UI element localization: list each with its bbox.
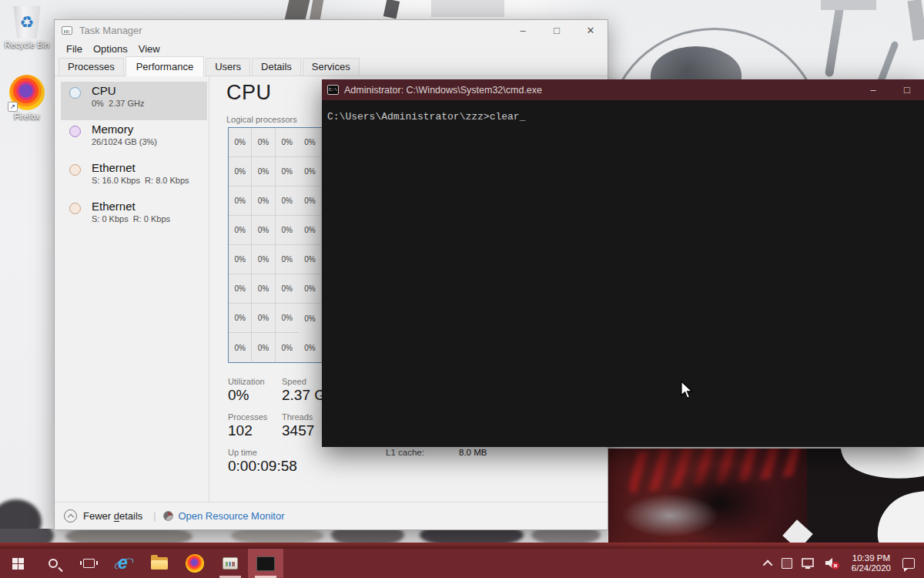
- internet-explorer-button[interactable]: e: [106, 549, 142, 578]
- cmd-window-title: Administrator: C:\Windows\System32\cmd.e…: [344, 85, 542, 96]
- menu-bar: FileOptionsView: [55, 41, 608, 57]
- cmd-app-icon: C:\: [327, 85, 339, 95]
- fewer-details-text: etails: [119, 510, 142, 522]
- file-explorer-button[interactable]: [142, 549, 177, 578]
- cpu-core-cell: 0%: [252, 333, 275, 362]
- cache-value: 8.0 MB: [459, 448, 487, 457]
- tab[interactable]: Processes: [59, 58, 124, 76]
- clock-time: 10:39 PM: [852, 553, 891, 564]
- sidebar-item-detail: 26/1024 GB (3%): [92, 137, 207, 146]
- recycle-bin-icon: ♻: [12, 5, 42, 39]
- cmd-taskbar-button[interactable]: [248, 549, 283, 578]
- search-icon: [49, 559, 58, 568]
- graph-thumbnail-icon: [69, 87, 81, 99]
- tab[interactable]: Services: [303, 58, 360, 76]
- graph-thumbnail-icon: [69, 203, 81, 214]
- tab[interactable]: Performance: [126, 56, 204, 76]
- performance-sidebar: CPU 0% 2.37 GHz Memory 26/1024 GB (3%) E…: [61, 82, 207, 236]
- system-tray: 10:39 PM 6/24/2020: [761, 549, 924, 578]
- cpu-core-cell: 0%: [229, 187, 252, 216]
- open-resource-monitor-link[interactable]: Open Resource Monitor: [178, 510, 284, 522]
- action-center-button[interactable]: [898, 549, 919, 578]
- cpu-core-cell: 0%: [252, 128, 275, 157]
- desktop-icon-firefox[interactable]: ↗ Firefox: [3, 75, 51, 121]
- firefox-button[interactable]: [177, 549, 213, 578]
- tray-app-icon: [782, 558, 792, 569]
- chevron-up-circle-icon[interactable]: [64, 509, 77, 523]
- minimize-button[interactable]: –: [506, 20, 540, 41]
- tab[interactable]: Details: [252, 58, 301, 76]
- wallpaper-art-red: [608, 449, 924, 544]
- cache-info-row: L1 cache: 8.0 MB: [386, 448, 424, 457]
- cpu-core-cell: 0%: [229, 245, 252, 274]
- cpu-core-cell: 0%: [276, 333, 299, 362]
- windows-logo-icon: [12, 558, 24, 570]
- graph-thumbnail-icon: [69, 126, 81, 137]
- action-center-icon: [902, 558, 915, 569]
- terminal-area[interactable]: C:\Users\Administrator\zzz>clear_: [322, 100, 924, 447]
- cpu-core-cell: 0%: [299, 333, 322, 362]
- prompt-line: C:\Users\Administrator\zzz>clear: [327, 111, 520, 123]
- firefox-icon: ↗: [9, 75, 45, 110]
- task-manager-titlebar[interactable]: Task Manager – □ ✕: [55, 20, 608, 41]
- internet-explorer-icon: e: [115, 554, 133, 573]
- minimize-button[interactable]: –: [856, 79, 890, 100]
- fewer-details-toggle[interactable]: Fewer details: [83, 510, 142, 522]
- desktop-icon-recycle-bin[interactable]: ♻ Recycle Bin: [3, 5, 51, 49]
- chevron-up-icon: [763, 560, 773, 570]
- cpu-core-cell: 0%: [276, 157, 299, 187]
- sidebar-item[interactable]: Ethernet S: 0 Kbps R: 0 Kbps: [61, 197, 207, 236]
- cpu-core-cell: 0%: [276, 216, 299, 245]
- menu-item[interactable]: File: [61, 43, 88, 55]
- taskbar: e: [0, 549, 924, 578]
- wallpaper-art: [907, 0, 924, 41]
- cpu-core-cell: 0%: [229, 128, 252, 157]
- network-button[interactable]: [797, 549, 820, 578]
- wallpaper-art: [821, 0, 876, 10]
- cpu-core-cell: 0%: [276, 187, 299, 216]
- tray-app-button[interactable]: [777, 549, 797, 578]
- cpu-core-cell: 0%: [252, 274, 275, 304]
- volume-button[interactable]: [820, 549, 845, 578]
- task-manager-icon: [223, 557, 238, 570]
- cpu-core-cell: 0%: [229, 157, 252, 187]
- wallpaper-art: [431, 0, 504, 17]
- search-button[interactable]: [35, 549, 71, 578]
- start-button[interactable]: [0, 549, 35, 578]
- cmd-icon: [256, 556, 275, 571]
- sidebar-item-name: Memory: [92, 123, 207, 136]
- menu-item[interactable]: Options: [88, 43, 133, 55]
- sidebar-item-name: Ethernet: [92, 200, 207, 213]
- cpu-core-cell: 0%: [299, 304, 322, 333]
- tab[interactable]: Users: [206, 58, 250, 76]
- stat-value: 0:00:09:58: [228, 458, 282, 475]
- cpu-core-cell: 0%: [299, 157, 322, 187]
- stat-block: Up time 0:00:09:58: [228, 448, 282, 475]
- fewer-details-accel: d: [114, 510, 119, 522]
- maximize-button[interactable]: □: [890, 79, 924, 100]
- cmd-titlebar[interactable]: C:\ Administrator: C:\Windows\System32\c…: [322, 79, 924, 100]
- cpu-core-cell: 0%: [299, 216, 322, 245]
- sidebar-item[interactable]: Memory 26/1024 GB (3%): [61, 120, 207, 159]
- menu-item[interactable]: View: [133, 43, 166, 55]
- fewer-details-text: Fewer: [83, 510, 114, 522]
- maximize-button[interactable]: □: [540, 20, 574, 41]
- task-manager-taskbar-button[interactable]: [213, 549, 248, 578]
- network-icon: [802, 558, 815, 570]
- cpu-core-cell: 0%: [252, 216, 275, 245]
- close-button[interactable]: ✕: [574, 20, 608, 41]
- cpu-core-cell: 0%: [252, 157, 275, 187]
- sidebar-item-detail: S: 0 Kbps R: 0 Kbps: [92, 214, 207, 223]
- recycle-glyph: ♻: [20, 14, 35, 30]
- sidebar-item-name: CPU: [92, 84, 207, 97]
- tray-chevron-button[interactable]: [761, 549, 777, 578]
- cpu-title: CPU: [226, 81, 272, 105]
- cpu-core-cell: 0%: [229, 333, 252, 362]
- task-view-button[interactable]: [71, 549, 106, 578]
- sidebar-item[interactable]: Ethernet S: 16.0 Kbps R: 8.0 Kbps: [61, 159, 207, 197]
- speaker-muted-icon: [825, 557, 840, 570]
- taskbar-clock[interactable]: 10:39 PM 6/24/2020: [845, 553, 898, 574]
- stat-label: Up time: [228, 448, 282, 457]
- sidebar-item[interactable]: CPU 0% 2.37 GHz: [61, 82, 207, 120]
- desktop[interactable]: ♻ Recycle Bin ↗ Firefox Task Manager – □…: [0, 0, 924, 578]
